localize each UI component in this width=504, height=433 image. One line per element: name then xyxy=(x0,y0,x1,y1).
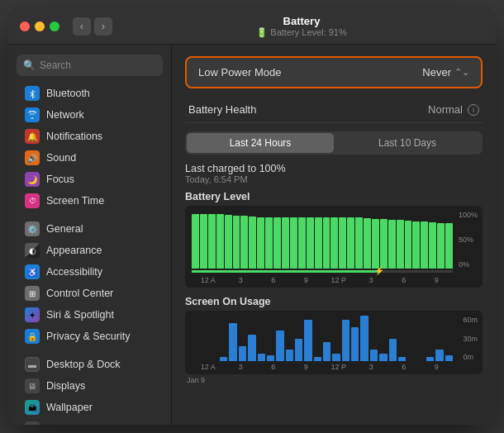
search-box[interactable]: 🔍 Search xyxy=(17,55,163,76)
battery-bar xyxy=(233,216,240,269)
notifications-icon: 🔔 xyxy=(25,129,40,144)
battery-bar xyxy=(421,221,428,269)
battery-bar xyxy=(208,214,216,269)
usage-bar xyxy=(435,350,443,361)
low-power-value[interactable]: Never ⌃⌄ xyxy=(422,66,469,79)
sidebar-item-control-center[interactable]: ⊞ Control Center xyxy=(13,283,166,304)
usage-x-labels: 12 A36912 P369 xyxy=(192,363,476,371)
battery-icon-small: 🔋 xyxy=(256,27,268,37)
battery-bar xyxy=(339,217,346,269)
battery-x-label: 9 xyxy=(290,276,323,284)
sidebar-item-desktop-dock[interactable]: ▬ Desktop & Dock xyxy=(13,354,166,375)
sidebar-item-privacy[interactable]: 🔒 Privacy & Security xyxy=(13,326,166,347)
sidebar-item-notifications[interactable]: 🔔 Notifications xyxy=(13,126,166,147)
sidebar-label-displays: Displays xyxy=(46,380,85,392)
usage-bar xyxy=(389,339,397,362)
sidebar-label-desktop-dock: Desktop & Dock xyxy=(46,359,121,370)
battery-x-label: 12 P xyxy=(322,276,355,284)
tab-last-24-hours[interactable]: Last 24 Hours xyxy=(187,133,334,153)
tab-last-10-days[interactable]: Last 10 Days xyxy=(334,133,481,153)
sidebar-label-notifications: Notifications xyxy=(46,131,102,142)
battery-bar xyxy=(388,220,396,269)
battery-x-label: 3 xyxy=(355,276,388,284)
battery-health-label: Battery Health xyxy=(188,103,256,116)
usage-bar xyxy=(426,357,434,361)
sidebar-item-bluetooth[interactable]: Bluetooth xyxy=(13,83,166,104)
battery-bar xyxy=(315,217,322,269)
sidebar-item-appearance[interactable]: ◐ Appearance xyxy=(13,240,166,261)
close-button[interactable] xyxy=(20,21,30,31)
usage-x-label: 3 xyxy=(225,363,258,371)
usage-bar xyxy=(445,355,453,361)
usage-bar xyxy=(332,354,340,361)
sidebar-item-screen-saver[interactable]: ✦ Screen Saver xyxy=(13,418,166,425)
minimize-button[interactable] xyxy=(35,21,45,31)
sidebar-label-general: General xyxy=(46,223,83,235)
usage-bar xyxy=(239,346,246,361)
sidebar-item-siri-spotlight[interactable]: ✦ Siri & Spotlight xyxy=(13,304,166,326)
low-power-stepper[interactable]: ⌃⌄ xyxy=(454,67,469,78)
battery-bar xyxy=(273,217,281,269)
battery-bar xyxy=(372,219,379,269)
back-button[interactable]: ‹ xyxy=(73,17,91,36)
sidebar-label-bluetooth: Bluetooth xyxy=(46,88,90,99)
battery-y-50: 50% xyxy=(459,236,478,244)
screen-usage-label: Screen On Usage xyxy=(185,296,483,307)
battery-level-chart: ⚡ 12 A36912 P369 100% 50% 0% xyxy=(185,206,483,288)
content-area: 🔍 Search Bluetooth Network 🔔 Notificatio… xyxy=(8,45,496,425)
sidebar-label-control-center: Control Center xyxy=(46,288,113,299)
sidebar-item-network[interactable]: Network xyxy=(13,104,166,126)
battery-bar xyxy=(200,214,207,269)
general-icon: ⚙️ xyxy=(25,221,40,236)
screen-saver-icon: ✦ xyxy=(25,421,40,425)
focus-icon: 🌙 xyxy=(25,172,40,187)
system-preferences-window: ‹ › Battery 🔋 Battery Level: 91% 🔍 Searc… xyxy=(8,8,496,425)
info-button[interactable]: i xyxy=(468,104,479,116)
battery-bar xyxy=(429,222,436,269)
sidebar-label-siri: Siri & Spotlight xyxy=(46,309,114,321)
forward-button[interactable]: › xyxy=(94,17,112,36)
usage-y-60m: 60m xyxy=(463,316,478,324)
battery-health-row: Battery Health Normal i xyxy=(185,97,483,123)
usage-x-label: 12 P xyxy=(322,363,355,371)
battery-y-0: 0% xyxy=(459,260,478,269)
battery-bar xyxy=(282,217,289,269)
sidebar-item-screen-time[interactable]: ⏱ Screen Time xyxy=(13,190,166,212)
usage-bar xyxy=(351,327,359,361)
usage-bar xyxy=(295,339,302,362)
sound-icon: 🔊 xyxy=(25,150,40,165)
low-power-mode-row[interactable]: Low Power Mode Never ⌃⌄ xyxy=(185,56,483,88)
usage-bar xyxy=(248,335,255,361)
titlebar: ‹ › Battery 🔋 Battery Level: 91% xyxy=(8,8,496,45)
usage-bar xyxy=(304,320,311,361)
battery-bar xyxy=(445,223,453,269)
sidebar-item-sound[interactable]: 🔊 Sound xyxy=(13,147,166,169)
battery-x-label: 3 xyxy=(225,276,258,284)
sidebar-item-general[interactable]: ⚙️ General xyxy=(13,218,166,240)
maximize-button[interactable] xyxy=(50,21,59,31)
search-placeholder: Search xyxy=(40,59,71,71)
usage-bar xyxy=(370,350,378,361)
control-center-icon: ⊞ xyxy=(25,286,40,301)
battery-x-label: 6 xyxy=(388,276,421,284)
usage-x-label: 6 xyxy=(388,363,421,371)
sidebar-label-focus: Focus xyxy=(46,174,74,185)
battery-bar xyxy=(405,221,412,269)
usage-bar xyxy=(379,354,387,361)
battery-bar xyxy=(347,217,354,269)
sidebar-item-displays[interactable]: 🖥 Displays xyxy=(13,375,166,397)
battery-bar xyxy=(257,217,264,269)
sidebar-item-focus[interactable]: 🌙 Focus xyxy=(13,169,166,190)
sidebar-label-appearance: Appearance xyxy=(46,245,102,256)
sidebar-item-wallpaper[interactable]: 🏔 Wallpaper xyxy=(13,397,166,418)
usage-bar xyxy=(258,354,265,361)
title-area: Battery 🔋 Battery Level: 91% xyxy=(119,15,484,38)
battery-bar xyxy=(364,218,371,269)
sidebar-item-accessibility[interactable]: ♿ Accessibility xyxy=(13,261,166,283)
network-icon xyxy=(25,107,40,122)
sidebar-label-privacy: Privacy & Security xyxy=(46,331,130,342)
battery-bar xyxy=(355,217,363,269)
siri-icon: ✦ xyxy=(25,307,40,322)
usage-x-label: 12 A xyxy=(192,363,225,371)
usage-bar xyxy=(314,357,321,361)
